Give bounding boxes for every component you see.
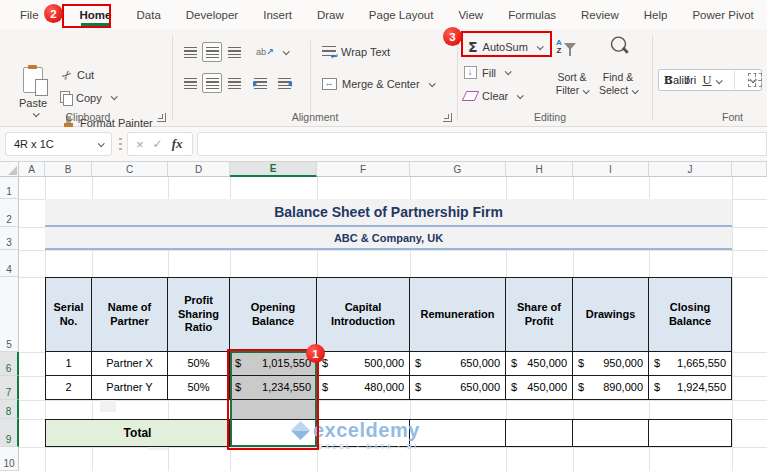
insert-function-button[interactable]: fx <box>172 136 183 152</box>
italic-button[interactable]: I <box>685 73 689 88</box>
cell-f6[interactable]: $500,000 <box>317 352 410 376</box>
align-left-button[interactable] <box>180 73 200 93</box>
menu-review[interactable]: Review <box>579 6 621 24</box>
header-share[interactable]: Share of Profit <box>506 277 573 352</box>
menu-help[interactable]: Help <box>642 6 670 24</box>
header-capital[interactable]: Capital Introduction <box>317 277 410 352</box>
header-remuneration[interactable]: Remuneration <box>410 277 506 352</box>
cell-i7[interactable]: $890,000 <box>573 376 649 400</box>
formula-bar-grip[interactable] <box>119 138 122 151</box>
cell-e7-selected[interactable]: $1,234,550 <box>230 376 317 400</box>
row-header-6-selected[interactable]: 6 <box>0 352 19 376</box>
menu-data[interactable]: Data <box>134 6 162 24</box>
header-closing[interactable]: Closing Balance <box>649 277 732 352</box>
underline-button[interactable]: U <box>703 73 721 88</box>
cell-e8-selected[interactable] <box>231 400 316 419</box>
align-center-button[interactable] <box>202 73 222 93</box>
cell-g7[interactable]: $650,000 <box>410 376 506 400</box>
column-header-a[interactable]: A <box>19 162 45 177</box>
cell-d6[interactable]: 50% <box>168 352 230 376</box>
cell-j9[interactable] <box>649 419 732 447</box>
header-ratio[interactable]: Profit Sharing Ratio <box>168 277 230 352</box>
formula-input[interactable] <box>197 132 767 156</box>
align-top-button[interactable] <box>180 42 200 62</box>
merge-center-button[interactable]: Merge & Center <box>322 78 434 90</box>
borders-button[interactable] <box>748 73 762 87</box>
column-header-d[interactable]: D <box>168 162 230 177</box>
find-select-button[interactable] <box>608 39 625 54</box>
find-select-label[interactable]: Find & Select <box>594 71 642 97</box>
group-divider <box>652 35 653 121</box>
column-header-i[interactable]: I <box>573 162 649 177</box>
column-header-j[interactable]: J <box>649 162 732 177</box>
cell-b6[interactable]: 1 <box>45 352 92 376</box>
menu-view[interactable]: View <box>456 6 485 24</box>
row-header-2[interactable]: 2 <box>0 199 19 227</box>
cell-c6[interactable]: Partner X <box>92 352 168 376</box>
menu-file[interactable]: File <box>18 6 41 24</box>
menu-page-layout[interactable]: Page Layout <box>367 6 436 24</box>
column-header-g[interactable]: G <box>410 162 506 177</box>
enter-button[interactable]: ✓ <box>153 137 163 151</box>
menu-insert[interactable]: Insert <box>261 6 294 24</box>
row-header-9-selected[interactable]: 9 <box>0 419 19 447</box>
column-header-e-selected[interactable]: E <box>230 162 317 177</box>
row-header-3[interactable]: 3 <box>0 227 19 250</box>
sort-filter-label[interactable]: Sort & Filter <box>548 71 596 97</box>
cell-i6[interactable]: $950,000 <box>573 352 649 376</box>
column-header-b[interactable]: B <box>45 162 92 177</box>
align-right-button[interactable] <box>224 73 244 93</box>
total-label-cell[interactable]: Total <box>45 419 230 447</box>
column-header-h[interactable]: H <box>506 162 573 177</box>
cell-d7[interactable]: 50% <box>168 376 230 400</box>
copy-button[interactable]: Copy <box>60 91 116 104</box>
autosum-button[interactable]: Σ AutoSum <box>468 39 542 55</box>
menu-draw[interactable]: Draw <box>315 6 346 24</box>
cell-c7[interactable]: Partner Y <box>92 376 168 400</box>
row-header-1[interactable]: 1 <box>0 177 19 199</box>
menu-power-pivot[interactable]: Power Pivot <box>690 6 755 24</box>
cell-h7[interactable]: $450,000 <box>506 376 573 400</box>
cancel-button[interactable]: × <box>136 137 144 152</box>
header-name[interactable]: Name of Partner <box>92 277 168 352</box>
menu-developer[interactable]: Developer <box>184 6 240 24</box>
cell-j7[interactable]: $1,924,550 <box>649 376 732 400</box>
header-opening[interactable]: Opening Balance <box>230 277 317 352</box>
alignment-dialog-launcher[interactable] <box>443 113 452 122</box>
align-bottom-button[interactable] <box>224 42 244 62</box>
cell-h9[interactable] <box>506 419 573 447</box>
column-header-k-partial[interactable] <box>732 162 767 177</box>
clear-chevron-icon <box>517 92 524 99</box>
clipboard-dialog-launcher[interactable] <box>157 113 166 122</box>
cell-j6[interactable]: $1,665,550 <box>649 352 732 376</box>
menu-formulas[interactable]: Formulas <box>506 6 558 24</box>
menu-home[interactable]: Home <box>78 6 114 24</box>
cell-e6-selected[interactable]: $1,015,550 <box>230 352 317 376</box>
header-serial[interactable]: Serial No. <box>45 277 92 352</box>
cell-f7[interactable]: $480,000 <box>317 376 410 400</box>
row-header-4[interactable]: 4 <box>0 250 19 277</box>
fill-button[interactable]: Fill <box>464 66 510 79</box>
column-header-f[interactable]: F <box>317 162 410 177</box>
wrap-text-button[interactable]: Wrap Text <box>322 46 390 58</box>
align-middle-button[interactable] <box>202 42 222 62</box>
cell-i9[interactable] <box>573 419 649 447</box>
bold-button[interactable]: B <box>664 73 672 88</box>
cut-button[interactable]: ✂ Cut <box>62 68 94 82</box>
row-header-5[interactable]: 5 <box>0 277 19 352</box>
clear-button[interactable]: Clear <box>464 90 522 102</box>
decrease-indent-button[interactable] <box>250 73 270 93</box>
row-header-10[interactable]: 10 <box>0 447 19 471</box>
orientation-button[interactable]: ab <box>256 47 288 57</box>
cell-g6[interactable]: $650,000 <box>410 352 506 376</box>
increase-indent-button[interactable] <box>274 73 294 93</box>
name-box[interactable]: 4R x 1C <box>5 132 112 156</box>
row-header-8-selected[interactable]: 8 <box>0 400 19 419</box>
select-all-corner[interactable] <box>0 162 19 177</box>
header-drawings[interactable]: Drawings <box>573 277 649 352</box>
row-header-7-selected[interactable]: 7 <box>0 376 19 400</box>
cell-h6[interactable]: $450,000 <box>506 352 573 376</box>
column-header-c[interactable]: C <box>92 162 168 177</box>
sort-filter-button[interactable]: AZ <box>556 39 576 55</box>
cell-b7[interactable]: 2 <box>45 376 92 400</box>
